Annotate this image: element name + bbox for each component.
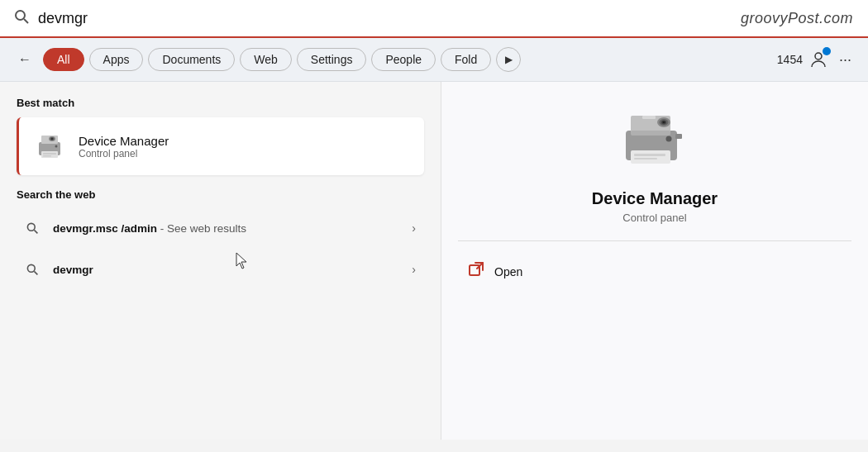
device-manager-icon (613, 102, 696, 176)
filter-count: 1454 (777, 53, 803, 66)
web-search-item-0[interactable]: devmgr.msc /admin - See web results › (17, 209, 424, 247)
web-search-item-text-1: devmgr (53, 264, 412, 276)
filter-right: 1454 ··· (777, 50, 856, 70)
device-manager-small-icon (34, 131, 65, 162)
best-match-title: Device Manager (79, 134, 169, 148)
right-panel-subtitle: Control panel (622, 212, 686, 224)
chevron-icon-1: › (412, 263, 416, 276)
svg-line-13 (34, 230, 37, 233)
svg-line-15 (34, 271, 37, 274)
web-search-icon-1 (21, 259, 43, 280)
best-match-subtitle: Control panel (79, 148, 169, 159)
main-content: Best match D (0, 82, 868, 440)
best-match-item[interactable]: Device Manager Control panel (17, 117, 424, 175)
web-search-icon-0 (21, 217, 43, 239)
best-match-text: Device Manager Control panel (79, 134, 169, 159)
svg-point-11 (51, 138, 53, 140)
svg-point-0 (16, 11, 25, 20)
back-button[interactable]: ← (12, 46, 38, 73)
search-icon (13, 8, 30, 28)
filter-pill-documents[interactable]: Documents (148, 48, 235, 71)
filter-pill-apps[interactable]: Apps (89, 48, 144, 71)
svg-rect-6 (43, 153, 56, 155)
right-panel-actions: Open (458, 253, 851, 290)
watermark: groovyPost.com (741, 10, 853, 27)
web-search-label: Search the web (17, 188, 424, 201)
search-input[interactable] (38, 10, 855, 27)
right-panel-title: Device Manager (592, 189, 718, 208)
filter-pill-web[interactable]: Web (240, 48, 292, 71)
svg-rect-27 (642, 116, 656, 119)
svg-rect-28 (675, 134, 682, 139)
filter-more-button[interactable]: ▶ (496, 47, 521, 72)
svg-point-12 (27, 223, 35, 231)
svg-rect-19 (634, 154, 665, 156)
svg-rect-18 (631, 150, 670, 164)
ellipsis-button[interactable]: ··· (834, 50, 856, 70)
svg-point-2 (815, 53, 822, 59)
open-button[interactable]: Open (458, 253, 851, 290)
left-panel: Best match D (0, 82, 441, 440)
device-manager-large-icon (616, 104, 694, 174)
web-search-item-text-0: devmgr.msc /admin - See web results (53, 222, 412, 235)
person-badge (823, 47, 831, 55)
chevron-icon-0: › (412, 221, 416, 235)
open-external-icon (468, 261, 484, 278)
svg-line-1 (24, 19, 28, 23)
svg-point-14 (27, 264, 35, 272)
filter-pill-all[interactable]: All (43, 48, 84, 71)
best-match-icon (32, 129, 67, 164)
filter-pill-settings[interactable]: Settings (297, 48, 367, 71)
open-label: Open (494, 265, 522, 278)
svg-point-8 (55, 145, 58, 148)
svg-point-22 (665, 136, 671, 141)
svg-point-26 (662, 121, 665, 122)
filter-pill-people[interactable]: People (371, 48, 436, 71)
filter-row: ← All Apps Documents Web Settings People… (0, 38, 868, 82)
filter-pill-fold[interactable]: Fold (441, 48, 491, 71)
web-search-item-1[interactable]: devmgr › (17, 250, 424, 288)
person-icon-wrap (809, 50, 827, 69)
right-panel: Device Manager Control panel Open (441, 82, 868, 440)
search-bar (0, 0, 868, 38)
best-match-label: Best match (17, 97, 424, 109)
open-icon (468, 261, 484, 282)
svg-rect-7 (43, 155, 51, 157)
svg-rect-20 (634, 158, 657, 159)
svg-rect-21 (631, 131, 670, 136)
right-panel-divider (458, 240, 851, 241)
